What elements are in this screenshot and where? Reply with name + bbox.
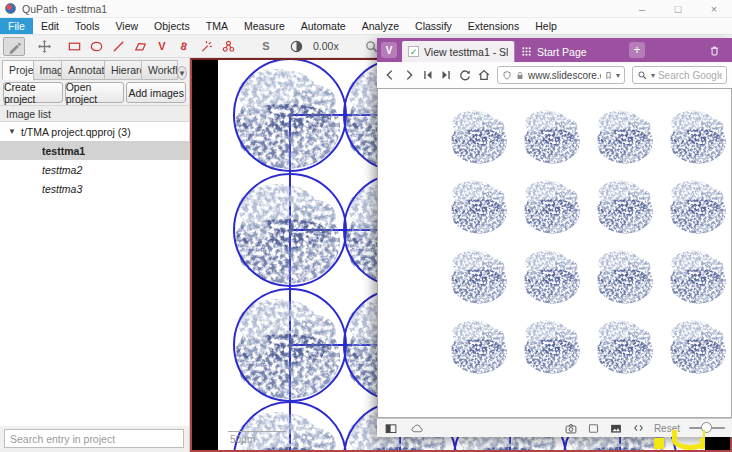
tma-core-thumbnail[interactable]	[519, 103, 592, 173]
tma-core-circle[interactable]	[233, 173, 347, 287]
rectangle-tool-button[interactable]	[63, 37, 85, 56]
tma-core-thumbnail[interactable]	[665, 173, 732, 243]
create-project-button[interactable]: Create project	[3, 82, 63, 103]
move-tool-button[interactable]	[33, 37, 55, 56]
line-icon	[111, 39, 126, 54]
line-tool-button[interactable]	[107, 37, 129, 56]
polygon-tool-button[interactable]	[129, 37, 151, 56]
tma-core-thumbnail[interactable]	[446, 313, 519, 383]
bookmark-icon[interactable]	[604, 70, 613, 81]
tab-hierarchy[interactable]: Hierarchy	[104, 60, 142, 80]
rewind-button[interactable]	[419, 66, 436, 85]
tissue-core-image	[665, 103, 729, 167]
browser-content[interactable]: >	[377, 88, 732, 418]
menu-item-file[interactable]: File	[0, 18, 33, 34]
tma-core-circle[interactable]	[233, 60, 347, 172]
brightness-contrast-button[interactable]	[285, 37, 307, 56]
tma-core-thumbnail[interactable]	[592, 243, 665, 313]
address-text[interactable]: www.slidescore.com/l...	[528, 70, 601, 81]
menu-item-automate[interactable]: Automate	[293, 18, 354, 34]
forward-button[interactable]	[401, 66, 418, 85]
tma-core-thumbnail[interactable]	[519, 243, 592, 313]
selection-mode-button[interactable]: S	[255, 37, 277, 56]
tma-core-thumbnail[interactable]	[446, 243, 519, 313]
menu-item-help[interactable]: Help	[527, 18, 565, 34]
menu-item-extensions[interactable]: Extensions	[460, 18, 527, 34]
tab-project[interactable]: Project	[2, 60, 34, 80]
wand-tool-button[interactable]	[195, 37, 217, 56]
tma-core-thumbnail[interactable]	[665, 103, 732, 173]
brush-tool-button[interactable]: 8	[173, 37, 195, 56]
slide-core-grid	[446, 103, 732, 383]
tissue-core-image	[592, 243, 656, 307]
add-images-button[interactable]: Add images	[126, 82, 186, 103]
polyline-tool-button[interactable]: V	[151, 37, 173, 56]
tma-core-circle[interactable]	[233, 288, 347, 402]
maximize-button[interactable]: □	[660, 0, 696, 18]
sync-cloud-icon[interactable]	[409, 422, 424, 435]
address-dropdown-icon[interactable]: ▾	[616, 71, 620, 80]
menu-item-classify[interactable]: Classify	[407, 18, 460, 34]
points-icon	[221, 39, 236, 54]
menu-item-analyze[interactable]: Analyze	[354, 18, 407, 34]
page-tiling-icon[interactable]	[587, 422, 600, 435]
tma-core-thumbnail[interactable]	[519, 313, 592, 383]
tma-core-thumbnail[interactable]	[446, 173, 519, 243]
tma-core-thumbnail[interactable]	[592, 103, 665, 173]
menu-item-edit[interactable]: Edit	[33, 18, 67, 34]
project-search-input[interactable]	[4, 429, 184, 448]
search-bar[interactable]: ▾	[632, 66, 727, 84]
close-button[interactable]: ×	[696, 0, 732, 18]
browser-tab-slidescore[interactable]: ✓ View testtma1 - Slide Score	[402, 41, 514, 62]
new-tab-button[interactable]: +	[629, 42, 645, 58]
zoom-slider[interactable]	[689, 427, 725, 429]
tma-core-thumbnail[interactable]	[519, 173, 592, 243]
tma-core-thumbnail[interactable]	[665, 243, 732, 313]
panel-toggle-icon[interactable]	[384, 422, 398, 435]
capture-camera-icon[interactable]	[564, 422, 578, 435]
menu-item-view[interactable]: View	[108, 18, 147, 34]
project-tree: ▼ t/TMA project.qpproj (3) testtma1 test…	[0, 122, 189, 426]
points-tool-button[interactable]	[217, 37, 239, 56]
menu-item-measure[interactable]: Measure	[236, 18, 293, 34]
image-item-testtma3[interactable]: testtma3	[0, 179, 189, 198]
tab-image[interactable]: Image	[33, 60, 63, 80]
image-item-testtma2[interactable]: testtma2	[0, 160, 189, 179]
minimize-button[interactable]: –	[624, 0, 660, 18]
page-actions-icon[interactable]	[632, 422, 645, 434]
fast-forward-button[interactable]	[438, 66, 455, 85]
menu-item-objects[interactable]: Objects	[146, 18, 198, 34]
pen-tool-button[interactable]	[3, 37, 25, 56]
project-root-label: t/TMA project.qpproj (3)	[21, 126, 131, 138]
search-engine-icon[interactable]	[637, 70, 648, 81]
tma-core-thumbnail[interactable]	[665, 313, 732, 383]
tma-core-thumbnail[interactable]	[592, 313, 665, 383]
search-engine-dropdown-icon[interactable]: ▾	[651, 71, 655, 80]
checkmark-favicon-icon: ✓	[408, 46, 419, 57]
tab-workflow[interactable]: Workflow	[141, 60, 178, 80]
browser-search-input[interactable]	[658, 70, 722, 81]
tma-core-thumbnail[interactable]	[446, 103, 519, 173]
menu-item-tools[interactable]: Tools	[67, 18, 108, 34]
images-toggle-icon[interactable]	[609, 422, 623, 435]
tissue-core-image	[446, 243, 510, 307]
open-project-button[interactable]: Open project	[65, 82, 125, 103]
address-bar[interactable]: www.slidescore.com/l... ▾	[497, 66, 625, 84]
ellipse-icon	[89, 39, 104, 54]
home-button[interactable]	[475, 66, 492, 85]
back-button[interactable]	[382, 66, 399, 85]
closed-tabs-trash-button[interactable]	[706, 42, 722, 58]
tree-expand-icon[interactable]: ▼	[8, 127, 17, 136]
selected-core-marker	[700, 438, 705, 449]
tab-overflow-button[interactable]: ▼	[177, 66, 187, 80]
tma-core-thumbnail[interactable]	[592, 173, 665, 243]
ellipse-tool-button[interactable]	[85, 37, 107, 56]
home-icon	[477, 68, 491, 82]
tab-annotations[interactable]: Annotations	[61, 60, 105, 80]
menu-item-tma[interactable]: TMA	[198, 18, 236, 34]
browser-tab-startpage[interactable]: Start Page	[514, 41, 607, 62]
tree-root-row[interactable]: ▼ t/TMA project.qpproj (3)	[0, 122, 189, 141]
reload-button[interactable]	[457, 66, 474, 85]
vivaldi-menu-button[interactable]: V	[381, 42, 397, 58]
image-item-testtma1[interactable]: testtma1	[0, 141, 189, 160]
